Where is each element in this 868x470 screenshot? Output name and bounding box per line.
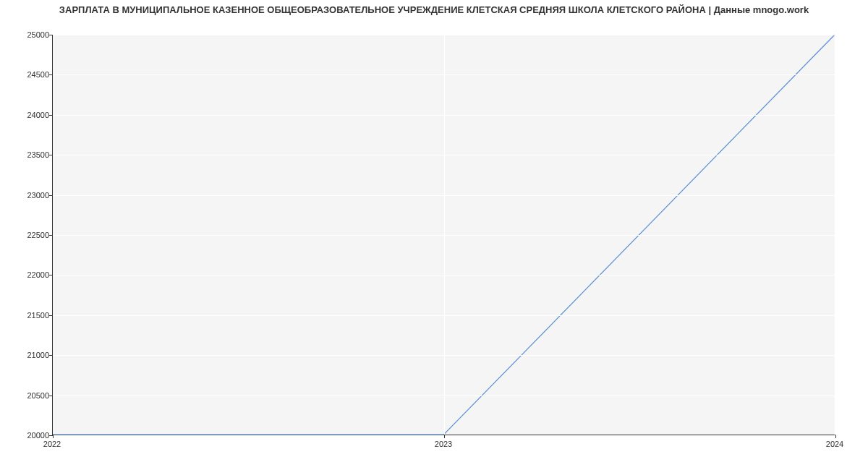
y-tick-label: 23500: [0, 150, 49, 159]
y-tick-label: 20000: [0, 431, 49, 440]
x-tick-mark: [53, 435, 54, 438]
y-tick-label: 25000: [0, 30, 49, 39]
x-tick-label: 2022: [43, 440, 61, 448]
y-tick-mark: [49, 74, 53, 75]
y-tick-mark: [49, 355, 53, 356]
y-tick-label: 21500: [0, 311, 49, 320]
y-tick-label: 20500: [0, 391, 49, 400]
y-tick-mark: [49, 275, 53, 275]
y-tick-mark: [49, 115, 53, 116]
y-tick-label: 21000: [0, 351, 49, 359]
y-tick-mark: [49, 396, 53, 396]
x-tick-mark: [835, 435, 836, 438]
y-tick-mark: [49, 315, 53, 316]
y-tick-mark: [49, 35, 53, 35]
x-tick-mark: [444, 435, 445, 438]
y-tick-mark: [49, 155, 53, 155]
chart-title: ЗАРПЛАТА В МУНИЦИПАЛЬНОЕ КАЗЕННОЕ ОБЩЕОБ…: [0, 4, 868, 15]
x-tick-label: 2023: [435, 440, 452, 448]
y-tick-label: 22500: [0, 231, 49, 239]
gridline-x: [444, 35, 445, 435]
y-tick-label: 24500: [0, 70, 49, 79]
y-tick-mark: [49, 235, 53, 236]
x-tick-label: 2024: [826, 440, 843, 448]
y-tick-label: 22000: [0, 270, 49, 279]
y-tick-label: 23000: [0, 191, 49, 200]
chart-container: ЗАРПЛАТА В МУНИЦИПАЛЬНОЕ КАЗЕННОЕ ОБЩЕОБ…: [0, 0, 868, 470]
y-tick-label: 24000: [0, 111, 49, 119]
plot-area: [52, 35, 835, 435]
y-tick-mark: [49, 195, 53, 196]
